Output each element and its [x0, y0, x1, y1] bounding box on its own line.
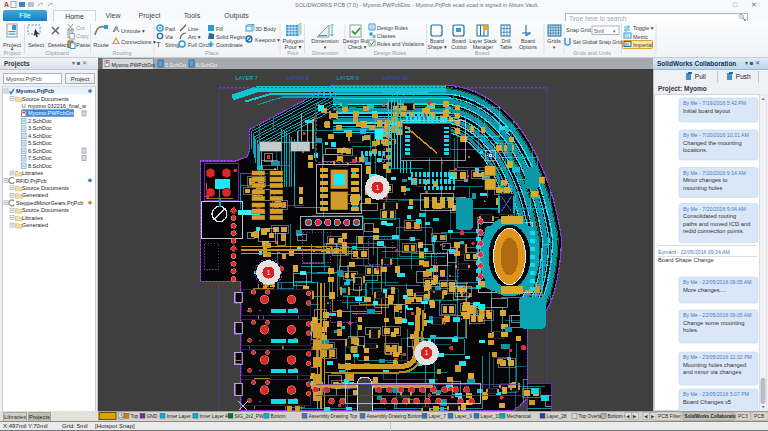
svg-text:GND: GND [147, 414, 158, 419]
svg-text:holes.: holes. [683, 327, 699, 333]
svg-text:Deselect: Deselect [48, 42, 69, 48]
svg-text:+: + [258, 397, 261, 403]
svg-text:Route: Route [93, 42, 108, 48]
svg-text:Minor changes to: Minor changes to [683, 177, 727, 183]
svg-text:6.SchDoc: 6.SchDoc [196, 61, 217, 67]
svg-text:Source Documents: Source Documents [22, 96, 69, 102]
svg-text:A: A [4, 1, 9, 8]
svg-text:Board: Board [475, 50, 490, 56]
svg-text:Design Rules: Design Rules [374, 50, 407, 56]
svg-text:Unroute ▾: Unroute ▾ [121, 28, 145, 34]
svg-text:Set Global Snap Grid.: Set Global Snap Grid. [573, 39, 623, 45]
svg-text:SIG_2x2_PWR: SIG_2x2_PWR [235, 414, 268, 419]
svg-text:Generated: Generated [22, 192, 48, 198]
svg-text:3.SchDoc: 3.SchDoc [28, 125, 52, 131]
svg-text:Fill: Fill [216, 26, 223, 32]
svg-text:Mechanical: Mechanical [507, 414, 531, 419]
svg-text:3D Body: 3D Body [255, 26, 276, 32]
svg-text:T: T [156, 40, 161, 49]
svg-text:✕: ✕ [751, 1, 757, 8]
svg-text:U: U [22, 103, 26, 109]
svg-text:Place: Place [205, 50, 219, 56]
svg-text:Keepout ▾: Keepout ▾ [255, 37, 280, 43]
svg-text:m: m [625, 33, 629, 38]
svg-text:2.SchDoc: 2.SchDoc [28, 118, 52, 124]
svg-text:Shape ▾: Shape ▾ [427, 44, 446, 50]
svg-text:Paste: Paste [76, 42, 90, 48]
svg-text:By Me - 23/05/2016 12:32 PM: By Me - 23/05/2016 12:32 PM [683, 354, 752, 360]
svg-text:1: 1 [266, 268, 270, 275]
svg-text:Inner Layer 4: Inner Layer 4 [200, 414, 229, 419]
svg-text:PC3: PC3 [738, 413, 748, 419]
svg-text:Coordinate: Coordinate [216, 42, 243, 48]
svg-text:Myomo.PWPcbDoc: Myomo.PWPcbDoc [28, 110, 76, 116]
svg-text:Project: Project [3, 50, 21, 56]
svg-text:Via: Via [165, 34, 174, 40]
svg-text:8.SchDoc: 8.SchDoc [28, 163, 52, 169]
svg-text:Board Changes v5: Board Changes v5 [683, 398, 731, 404]
svg-text:LS: LS [118, 414, 124, 419]
svg-text:Board Shape Change: Board Shape Change [658, 256, 714, 262]
svg-text:By Me - 7/20/2016 9:04 AM: By Me - 7/20/2016 9:04 AM [683, 205, 746, 211]
svg-text:5.SchDoc: 5.SchDoc [165, 61, 186, 67]
svg-text:Options: Options [519, 44, 537, 50]
svg-text:Libraries: Libraries [22, 215, 43, 221]
svg-text:4.SchDoc: 4.SchDoc [28, 133, 52, 139]
svg-text:SOLIDWORKS PCB (7.0) - Myomo.P: SOLIDWORKS PCB (7.0) - Myomo.PWPcbDoc - … [295, 2, 539, 8]
svg-text:Layer_28: Layer_28 [547, 414, 567, 419]
svg-text:By Me - 7/20/2016 10:31 AM: By Me - 7/20/2016 10:31 AM [683, 132, 749, 138]
svg-text:and minor via changes: and minor via changes [683, 369, 741, 375]
svg-text:Top Overlay: Top Overlay [579, 414, 605, 419]
svg-text:By Me - 22/05/2016 09:05 AM: By Me - 22/05/2016 09:05 AM [683, 312, 752, 318]
svg-text:Table: Table [500, 44, 513, 50]
svg-text:Inner Layer 3: Inner Layer 3 [167, 414, 196, 419]
svg-text:PCB Filter: PCB Filter [658, 413, 681, 419]
svg-text:More changes....: More changes.... [683, 286, 727, 292]
svg-text:5.SchDoc: 5.SchDoc [28, 140, 52, 146]
svg-text:LAYER 8: LAYER 8 [286, 75, 308, 81]
svg-text:Routing: Routing [113, 50, 132, 56]
svg-text:6.SchDoc: 6.SchDoc [28, 148, 52, 154]
svg-text:5mil: 5mil [594, 28, 604, 34]
svg-text:SteppedMotorGears.PrjPcb: SteppedMotorGears.PrjPcb [16, 200, 83, 206]
svg-text:Myomo.PWPcbDoc: Myomo.PWPcbDoc [112, 61, 156, 67]
svg-text:Assembly Drawing Top: Assembly Drawing Top [309, 414, 358, 419]
svg-text:Change some mounting: Change some mounting [683, 319, 745, 325]
svg-text:PCB: PCB [754, 413, 765, 419]
svg-text:Consolidated routing: Consolidated routing [683, 213, 736, 219]
svg-text:◀: ◀ [644, 413, 648, 418]
svg-text:Clipboard: Clipboard [45, 50, 69, 56]
svg-text:Layer_7: Layer_7 [429, 414, 447, 419]
svg-text:◀: ◀ [626, 413, 630, 418]
svg-text:Layer_9: Layer_9 [455, 414, 473, 419]
svg-text:Generated: Generated [22, 222, 48, 228]
svg-text:Line: Line [188, 26, 198, 32]
svg-text:By Me - 7/20/2016 9:14 AM: By Me - 7/20/2016 9:14 AM [683, 169, 746, 175]
svg-text:locations.: locations. [683, 147, 708, 153]
svg-text:1: 1 [424, 349, 428, 356]
svg-text:▶: ▶ [651, 413, 655, 418]
svg-text:7.SchDoc: 7.SchDoc [28, 155, 52, 161]
svg-text:Toggle ▾: Toggle ▾ [633, 25, 654, 31]
svg-text:myomo 032216_final_w: myomo 032216_final_w [28, 103, 86, 109]
svg-text:SolidWorks Collaboration: SolidWorks Collaboration [685, 414, 740, 419]
svg-text:LAYER 10: LAYER 10 [382, 75, 407, 81]
svg-text:Dimension: Dimension [312, 50, 338, 56]
svg-text:Assembly Drawing Bottom: Assembly Drawing Bottom [367, 414, 423, 419]
svg-text:By Me - 22/05/2016 09:05 AM: By Me - 22/05/2016 09:05 AM [683, 279, 752, 285]
svg-text:Solid Region: Solid Region [216, 34, 247, 40]
svg-text:Check ▾: Check ▾ [348, 44, 367, 50]
svg-text:Full Circle: Full Circle [188, 42, 212, 48]
svg-text:Metric: Metric [633, 34, 648, 40]
svg-text:LAYER 9: LAYER 9 [336, 75, 358, 81]
svg-text:Rules and Violations: Rules and Violations [377, 41, 425, 47]
svg-text:Top: Top [131, 414, 139, 419]
svg-text:Classes: Classes [377, 33, 396, 39]
svg-text:mounting holes: mounting holes [683, 184, 722, 190]
svg-text:Eymard - 22/05/2016 09:34 AM: Eymard - 22/05/2016 09:34 AM [658, 249, 730, 255]
svg-text:By Me - 7/19/2016 5:42 PM: By Me - 7/19/2016 5:42 PM [683, 100, 746, 106]
svg-text:+: + [258, 307, 261, 313]
svg-text:paths and moved ICD and: paths and moved ICD and [683, 220, 750, 226]
svg-text:LAYER 7: LAYER 7 [235, 75, 257, 81]
svg-text:By Me - 23/05/2016 5:07 PM: By Me - 23/05/2016 5:07 PM [683, 391, 749, 397]
